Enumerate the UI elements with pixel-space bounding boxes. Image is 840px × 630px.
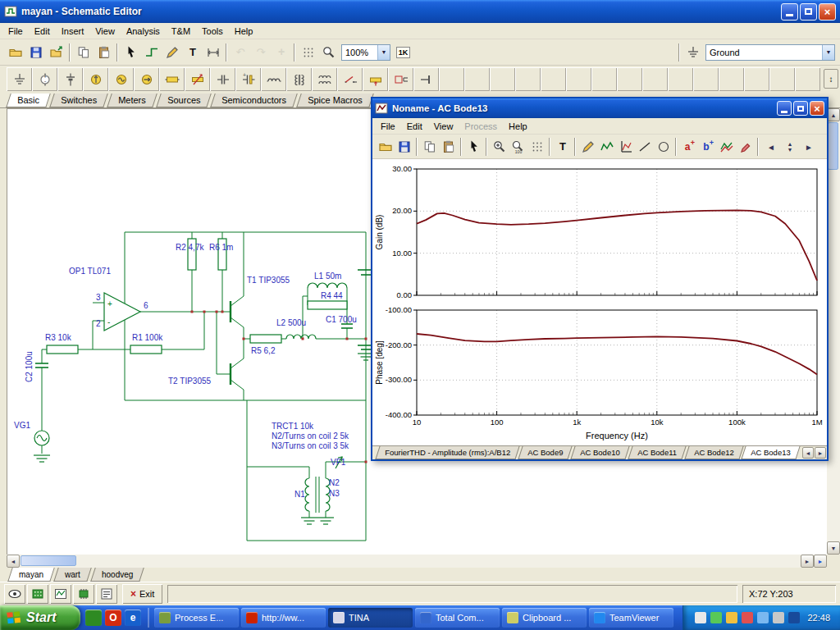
open-button[interactable]	[5, 43, 25, 62]
taskbar-task-process-e[interactable]: Process E...	[154, 608, 239, 628]
undo-button[interactable]: ↶	[230, 43, 250, 62]
canvas-horizontal-scrollbar[interactable]: ◄ ► ►	[7, 555, 827, 568]
exit-button[interactable]: × Exit	[122, 584, 162, 604]
eye-button[interactable]	[4, 584, 25, 604]
taskbar-task-http-ww[interactable]: http://ww...	[241, 608, 326, 628]
copy-button[interactable]	[420, 138, 439, 156]
close-button[interactable]: ×	[819, 3, 836, 21]
taskbar-task-total-com[interactable]: Total Com...	[415, 608, 500, 628]
canvas-vertical-scrollbar[interactable]: ▲ ▼	[827, 108, 840, 555]
component-coupled-coils[interactable]	[312, 67, 337, 91]
component-output-terminal[interactable]	[413, 67, 439, 91]
b-marker-button[interactable]: b+	[698, 138, 717, 156]
tab-ac-bode11[interactable]: AC Bode11	[628, 446, 686, 459]
start-button[interactable]: Start	[0, 605, 80, 630]
circle-button[interactable]	[654, 138, 673, 156]
page-next-icon[interactable]: ►	[814, 555, 827, 568]
taskbar-task-tina[interactable]: TINA	[328, 608, 413, 628]
cursor-button[interactable]	[121, 43, 141, 62]
component-resistor[interactable]	[159, 67, 185, 91]
bode-minimize-button[interactable]	[777, 101, 792, 116]
text-button[interactable]: T	[182, 43, 203, 62]
tab-ac-bode10[interactable]: AC Bode10	[571, 446, 630, 459]
grid-button[interactable]	[527, 138, 546, 156]
curves-button[interactable]	[717, 138, 736, 156]
board-button[interactable]	[27, 584, 48, 604]
tab-meters[interactable]: Meters	[107, 94, 157, 107]
tab-mayan[interactable]: mayan	[7, 568, 55, 582]
menu-file[interactable]: File	[2, 25, 29, 38]
wire-button[interactable]	[141, 43, 162, 62]
tab-fourierthd-amplitude-rms-a-b12[interactable]: FourierTHD - Amplitude (rms):A/B12	[375, 446, 519, 459]
copy-button[interactable]	[73, 43, 94, 62]
tab-hoodveg[interactable]: hoodveg	[90, 568, 144, 582]
component-ground[interactable]	[7, 67, 32, 91]
launch-1-icon[interactable]	[85, 609, 102, 626]
list-button[interactable]	[96, 584, 117, 604]
prev-button[interactable]: ◄	[761, 138, 780, 156]
open-button[interactable]	[376, 138, 395, 156]
scroll-up-icon[interactable]: ▲	[827, 108, 840, 121]
component-voltage-generator[interactable]	[108, 67, 134, 91]
component-electrolytic-capacitor[interactable]: +	[235, 67, 261, 91]
component-trimmer[interactable]	[185, 67, 210, 91]
vertical-scroll-thumb[interactable]	[828, 122, 838, 170]
component-capacitor[interactable]	[210, 67, 235, 91]
tray-3-icon[interactable]	[726, 612, 737, 623]
component-current-generator[interactable]	[134, 67, 159, 91]
component-relay[interactable]	[388, 67, 413, 91]
maximize-button[interactable]	[800, 3, 817, 21]
tab-ac-bode12[interactable]: AC Bode12	[684, 446, 743, 459]
component-switch[interactable]	[337, 67, 363, 91]
menu-help[interactable]: Help	[229, 25, 259, 38]
line-button[interactable]	[635, 138, 654, 156]
menu-analysis[interactable]: Analysis	[121, 25, 166, 38]
component-potentiometer[interactable]	[363, 67, 388, 91]
menu-tools[interactable]: Tools	[196, 25, 229, 38]
menu-view[interactable]: View	[89, 25, 121, 38]
menu-t-m[interactable]: T&M	[166, 25, 196, 38]
axes-button[interactable]	[616, 138, 635, 156]
scope-button[interactable]	[50, 584, 71, 604]
export-button[interactable]	[46, 43, 66, 62]
pen-button[interactable]	[162, 43, 182, 62]
crosshair-button[interactable]: +	[271, 43, 291, 62]
tray-7-icon[interactable]	[788, 612, 800, 623]
tray-2-icon[interactable]	[710, 612, 722, 623]
taskbar-task-clipboard[interactable]: Clipboard ...	[502, 608, 587, 628]
horizontal-scroll-thumb[interactable]	[21, 555, 76, 566]
component-inductor[interactable]	[261, 67, 286, 91]
bode-close-button[interactable]: ×	[810, 101, 824, 116]
minimize-button[interactable]	[781, 3, 798, 21]
save-button[interactable]	[395, 138, 413, 156]
scroll-down-icon[interactable]: ▼	[827, 541, 840, 555]
component-battery[interactable]	[57, 67, 83, 91]
component-transformer[interactable]	[286, 67, 312, 91]
tab-ac-bode9[interactable]: AC Bode9	[518, 446, 573, 459]
grid-button[interactable]	[298, 43, 318, 62]
scroll-left-icon[interactable]: ◄	[7, 555, 20, 568]
tab-basic[interactable]: Basic	[6, 94, 50, 107]
bode-maximize-button[interactable]	[793, 101, 808, 116]
pen-button[interactable]	[578, 138, 597, 156]
launch-3-icon[interactable]: e	[125, 609, 141, 626]
next-button[interactable]: ►	[799, 138, 818, 156]
tray-1-icon[interactable]	[695, 612, 706, 623]
tab-scroll-right-icon[interactable]: ►	[815, 447, 826, 459]
paste-button[interactable]	[439, 138, 458, 156]
zoom-button[interactable]	[318, 43, 339, 62]
measure-button[interactable]	[203, 43, 223, 62]
chip-button[interactable]	[73, 584, 94, 604]
tray-4-icon[interactable]	[742, 612, 753, 623]
a-marker-button[interactable]: a+	[679, 138, 698, 156]
tab-ac-bode13[interactable]: AC Bode13	[742, 446, 801, 459]
text-button[interactable]: T	[553, 138, 572, 156]
tray-6-icon[interactable]	[773, 612, 784, 623]
menu-edit[interactable]: Edit	[401, 120, 428, 133]
tray-5-icon[interactable]	[757, 612, 769, 623]
taskbar-task-teamviewer[interactable]: TeamViewer	[589, 608, 673, 628]
marker-pen-button[interactable]	[736, 138, 755, 156]
launch-2-icon[interactable]: O	[105, 609, 121, 626]
tab-sources[interactable]: Sources	[156, 94, 212, 107]
menu-insert[interactable]: Insert	[56, 25, 90, 38]
